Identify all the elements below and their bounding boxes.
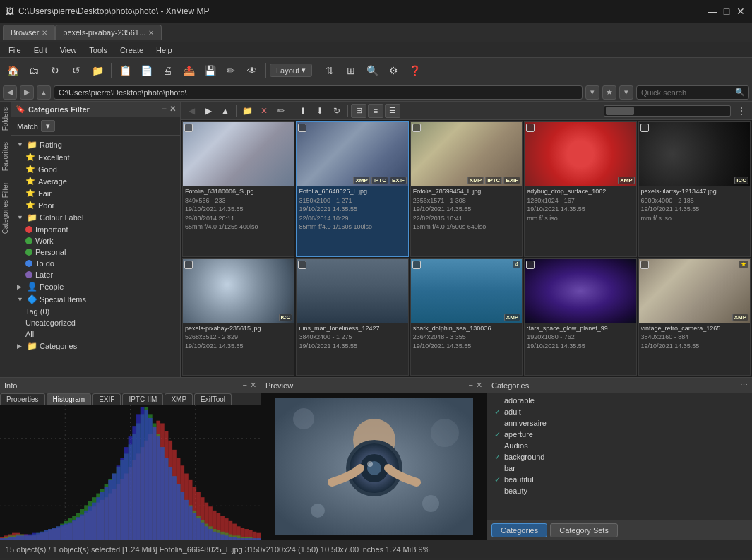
info-tab-xmp[interactable]: XMP	[165, 393, 193, 405]
file-item-6[interactable]: ICC pexels-pixabay-235615.jpg 5268x3512 …	[182, 258, 294, 376]
menu-edit[interactable]: Edit	[28, 44, 53, 56]
menu-tools[interactable]: Tools	[83, 44, 113, 56]
categories-btn[interactable]: Categories	[491, 523, 547, 537]
addr-dropdown-button[interactable]: ▾	[585, 85, 599, 100]
select-checkbox-10[interactable]	[640, 261, 649, 269]
tree-node-rating[interactable]: ▼ 📁 Rating	[11, 138, 180, 151]
menu-file[interactable]: File	[3, 44, 27, 56]
nav-up-button[interactable]: ▲	[217, 104, 233, 118]
toolbar-export-button[interactable]: 💾	[200, 61, 220, 81]
select-checkbox-7[interactable]	[298, 261, 306, 269]
select-checkbox-1[interactable]	[184, 124, 193, 132]
toolbar-settings-button[interactable]: ⚙	[383, 61, 403, 81]
maximize-button[interactable]: □	[721, 6, 732, 17]
file-item-10[interactable]: ★ XMP vintage_retro_camera_1265... 3840x…	[638, 258, 751, 376]
nav-new-folder-button[interactable]: 📁	[239, 104, 255, 118]
select-checkbox-4[interactable]	[526, 124, 535, 132]
layout-button[interactable]: Layout ▾	[270, 64, 312, 77]
address-input[interactable]	[54, 85, 583, 100]
toolbar-refresh2-button[interactable]: ↺	[66, 61, 86, 81]
tab-browser-close[interactable]: ✕	[42, 29, 47, 37]
file-item-1[interactable]: Fotolia_63180006_S.jpg 849x566 - 233 19/…	[182, 121, 294, 257]
toolbar-refresh-button[interactable]: ↻	[45, 61, 65, 81]
tree-node-special-items[interactable]: ▼ 🔷 Special Items	[11, 293, 180, 306]
tree-node-later[interactable]: Later	[11, 269, 180, 280]
side-tab-favorites[interactable]: Favorites	[0, 136, 11, 177]
toolbar-home-button[interactable]: 🏠	[3, 61, 23, 81]
nav-rotate-cw-button[interactable]: ↻	[329, 104, 345, 118]
select-checkbox-9[interactable]	[526, 261, 535, 269]
view-list-button[interactable]: ≡	[368, 104, 383, 118]
menu-view[interactable]: View	[54, 44, 83, 56]
addr-forward-button[interactable]: ▶	[20, 85, 34, 100]
side-tab-folders[interactable]: Folders	[0, 102, 11, 136]
toolbar-paste-button[interactable]: 📄	[136, 61, 156, 81]
cat-item-beauty[interactable]: beauty	[487, 485, 752, 496]
file-item-2[interactable]: XMP IPTC EXIF Fotolia_66648025_L.jpg 315…	[296, 121, 408, 257]
preview-expand-btn[interactable]: ✕	[476, 381, 482, 390]
nav-copy-button[interactable]: ⬆	[295, 104, 311, 118]
toolbar-sort-button[interactable]: ⇅	[320, 61, 340, 81]
cat-item-adult[interactable]: ✓ adult	[487, 406, 752, 417]
match-dropdown[interactable]: ▾	[41, 120, 55, 132]
menu-help[interactable]: Help	[150, 44, 178, 56]
category-sets-btn[interactable]: Category Sets	[550, 523, 618, 537]
toolbar-zoom-button[interactable]: 🔍	[362, 61, 382, 81]
tree-node-tag[interactable]: Tag (0)	[11, 306, 180, 317]
toolbar-edit-button[interactable]: ✏	[221, 61, 241, 81]
toolbar-folder-button[interactable]: 📁	[88, 61, 107, 81]
preview-close-btn[interactable]: −	[469, 381, 473, 390]
info-tab-histogram[interactable]: Histogram	[47, 393, 92, 405]
tree-node-excellent[interactable]: ⭐ Excellent	[11, 151, 180, 163]
quick-search-input[interactable]	[636, 85, 749, 100]
cat-item-bar[interactable]: bar	[487, 463, 752, 474]
tree-node-people[interactable]: ▶ 👤 People	[11, 280, 180, 293]
info-expand-btn[interactable]: ✕	[250, 381, 256, 390]
info-tab-properties[interactable]: Properties	[0, 393, 45, 405]
addr-bookmark-arrow[interactable]: ▾	[619, 85, 633, 100]
toolbar-browser-button[interactable]: 🗂	[24, 61, 44, 81]
filter-help-button[interactable]: −	[162, 105, 167, 114]
file-item-3[interactable]: XMP IPTC EXIF Fotolia_78599454_L.jpg 235…	[410, 121, 523, 257]
toolbar-filter-button[interactable]: ⊞	[341, 61, 361, 81]
addr-back-button[interactable]: ◀	[3, 85, 17, 100]
cat-item-adorable[interactable]: adorable	[487, 395, 752, 406]
nav-delete-button[interactable]: ✕	[256, 104, 272, 118]
nav-rename-button[interactable]: ✏	[273, 104, 289, 118]
tree-node-good[interactable]: ⭐ Good	[11, 163, 180, 175]
close-button[interactable]: ✕	[735, 6, 746, 17]
toolbar-help-button[interactable]: ❓	[405, 61, 424, 81]
select-checkbox-3[interactable]	[412, 124, 421, 132]
file-item-8[interactable]: 4 XMP shark_dolphin_sea_130036... 2364x2…	[410, 258, 523, 376]
menu-create[interactable]: Create	[114, 44, 149, 56]
nav-settings-button[interactable]: ⋮	[734, 104, 749, 118]
view-detail-button[interactable]: ☰	[385, 104, 400, 118]
cat-item-beautiful[interactable]: ✓ beautiful	[487, 474, 752, 485]
select-checkbox-5[interactable]	[640, 124, 649, 132]
select-checkbox-2[interactable]	[298, 124, 306, 132]
toolbar-view-button[interactable]: 👁	[242, 61, 262, 81]
cat-item-audios[interactable]: Audios	[487, 440, 752, 451]
filter-close-button[interactable]: ✕	[169, 105, 176, 114]
nav-forward-button[interactable]: ▶	[201, 104, 216, 118]
file-item-5[interactable]: ICC pexels-lilartsy-1213447.jpg 6000x400…	[638, 121, 751, 257]
tree-node-todo[interactable]: To do	[11, 258, 180, 269]
info-tab-iptc[interactable]: IPTC-IIM	[122, 393, 163, 405]
info-tab-exif[interactable]: EXIF	[92, 393, 121, 405]
tree-node-poor[interactable]: ⭐ Poor	[11, 199, 180, 211]
file-item-4[interactable]: XMP adybug_drop_surface_1062... 1280x102…	[524, 121, 636, 257]
tree-node-fair[interactable]: ⭐ Fair	[11, 187, 180, 199]
tree-node-all[interactable]: All	[11, 328, 180, 340]
addr-bookmark-button[interactable]: ★	[602, 85, 616, 100]
select-checkbox-8[interactable]	[412, 261, 421, 269]
cat-item-background[interactable]: ✓ background	[487, 451, 752, 463]
tab-photo-close[interactable]: ✕	[148, 29, 154, 37]
tree-node-average[interactable]: ⭐ Average	[11, 175, 180, 187]
tree-node-colour-label[interactable]: ▼ 📁 Colour Label	[11, 211, 180, 224]
info-tab-exiftool[interactable]: ExifTool	[194, 393, 232, 405]
side-tab-categories-filter[interactable]: Categories Filter	[0, 177, 11, 239]
toolbar-copy-button[interactable]: 📋	[115, 61, 135, 81]
tab-browser[interactable]: Browser ✕	[3, 25, 55, 40]
view-mode-button[interactable]: ⊞	[351, 104, 366, 118]
addr-up-button[interactable]: ▲	[37, 85, 51, 100]
